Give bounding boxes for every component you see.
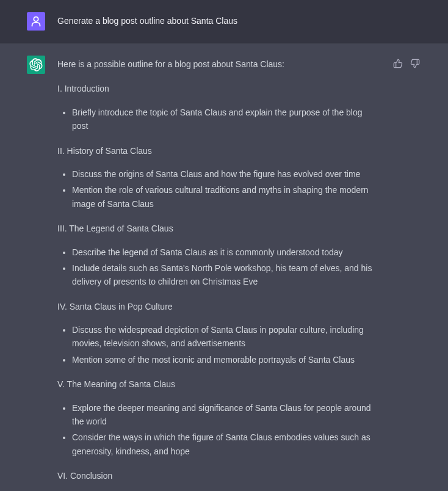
user-message-text: Generate a blog post outline about Santa… — [57, 14, 421, 27]
section: IV. Santa Claus in Pop CultureDiscuss th… — [57, 300, 380, 367]
section-bullets: Discuss the widespread depiction of Sant… — [57, 323, 380, 366]
section-header: I. Introduction — [57, 82, 380, 95]
section-bullets: Briefly introduce the topic of Santa Cla… — [57, 106, 380, 133]
thumbs-up-button[interactable] — [392, 57, 404, 70]
list-item: Briefly introduce the topic of Santa Cla… — [72, 106, 380, 133]
list-item: Mention some of the most iconic and memo… — [72, 353, 380, 366]
section: I. IntroductionBriefly introduce the top… — [57, 82, 380, 133]
assistant-intro: Here is a possible outline for a blog po… — [57, 57, 380, 71]
list-item: Consider the ways in which the figure of… — [72, 431, 380, 458]
user-message-block: Generate a blog post outline about Santa… — [0, 0, 448, 43]
list-item: Include details such as Santa's North Po… — [72, 261, 380, 289]
thumbs-up-icon — [393, 59, 403, 68]
thumbs-down-icon — [410, 59, 420, 68]
section: VI. ConclusionRecap the main points of t… — [57, 469, 380, 491]
section-bullets: Explore the deeper meaning and significa… — [57, 401, 380, 459]
section-header: VI. Conclusion — [57, 469, 380, 482]
user-icon — [29, 15, 43, 28]
assistant-content: Here is a possible outline for a blog po… — [57, 56, 380, 491]
assistant-message-block: Here is a possible outline for a blog po… — [0, 43, 448, 491]
list-item: Explore the deeper meaning and significa… — [72, 401, 380, 429]
section: V. The Meaning of Santa ClausExplore the… — [57, 377, 380, 458]
section-bullets: Describe the legend of Santa Claus as it… — [57, 246, 380, 289]
user-content: Generate a blog post outline about Santa… — [57, 12, 421, 27]
list-item: Discuss the widespread depiction of Sant… — [72, 323, 380, 351]
svg-point-0 — [34, 17, 38, 21]
section: III. The Legend of Santa ClausDescribe t… — [57, 222, 380, 289]
list-item: Mention the role of various cultural tra… — [72, 183, 380, 211]
thumbs-down-button[interactable] — [409, 57, 421, 70]
sections-container: I. IntroductionBriefly introduce the top… — [57, 82, 380, 491]
assistant-actions — [392, 56, 421, 70]
assistant-avatar — [27, 56, 45, 74]
user-avatar — [27, 12, 45, 31]
section-header: II. History of Santa Claus — [57, 144, 380, 158]
section-header: V. The Meaning of Santa Claus — [57, 377, 380, 391]
section-header: III. The Legend of Santa Claus — [57, 222, 380, 235]
list-item: Describe the legend of Santa Claus as it… — [72, 246, 380, 259]
section-bullets: Discuss the origins of Santa Claus and h… — [57, 167, 380, 211]
section-header: IV. Santa Claus in Pop Culture — [57, 300, 380, 313]
section: II. History of Santa ClausDiscuss the or… — [57, 144, 380, 211]
openai-icon — [29, 58, 43, 71]
list-item: Discuss the origins of Santa Claus and h… — [72, 167, 380, 181]
